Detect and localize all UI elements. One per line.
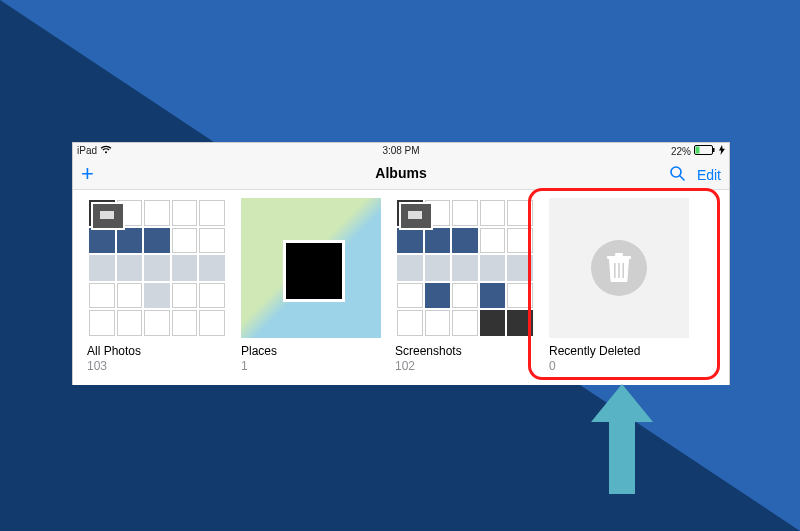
search-icon[interactable] <box>669 165 685 184</box>
album-thumbnail <box>395 198 535 338</box>
charging-icon <box>719 145 725 157</box>
background: iPad 3:08 PM 22% + Albums <box>0 0 800 531</box>
album-count: 0 <box>549 359 689 373</box>
album-count: 1 <box>241 359 381 373</box>
wifi-icon <box>100 145 112 156</box>
device-label: iPad <box>77 145 97 156</box>
nav-bar: + Albums Edit <box>73 159 729 190</box>
battery-percent: 22% <box>671 146 691 157</box>
album-places[interactable]: Places 1 <box>241 198 381 373</box>
svg-rect-2 <box>713 148 715 152</box>
edit-button[interactable]: Edit <box>697 167 721 183</box>
svg-rect-5 <box>607 256 631 259</box>
status-time: 3:08 PM <box>382 145 419 156</box>
status-right: 22% <box>671 145 725 157</box>
battery-icon <box>694 145 716 157</box>
status-left: iPad <box>77 145 112 156</box>
album-all-photos[interactable]: All Photos 103 <box>87 198 227 373</box>
add-album-button[interactable]: + <box>81 163 94 185</box>
stack-icon <box>399 202 433 230</box>
album-recently-deleted[interactable]: Recently Deleted 0 <box>549 198 689 373</box>
album-count: 103 <box>87 359 227 373</box>
ipad-window: iPad 3:08 PM 22% + Albums <box>72 142 730 385</box>
album-name: Places <box>241 344 381 358</box>
status-bar: iPad 3:08 PM 22% <box>73 143 729 159</box>
trash-icon <box>591 240 647 296</box>
album-thumbnail <box>241 198 381 338</box>
page-title: Albums <box>375 165 426 181</box>
album-name: All Photos <box>87 344 227 358</box>
svg-rect-7 <box>614 263 616 278</box>
album-thumbnail <box>87 198 227 338</box>
album-count: 102 <box>395 359 535 373</box>
svg-rect-1 <box>696 147 700 154</box>
svg-rect-6 <box>615 253 623 256</box>
stack-icon <box>91 202 125 230</box>
annotation-arrow-icon <box>591 384 653 494</box>
svg-rect-9 <box>622 263 624 278</box>
svg-line-4 <box>680 176 684 180</box>
album-thumbnail <box>549 198 689 338</box>
album-name: Recently Deleted <box>549 344 689 358</box>
album-name: Screenshots <box>395 344 535 358</box>
svg-rect-8 <box>618 263 620 278</box>
album-screenshots[interactable]: Screenshots 102 <box>395 198 535 373</box>
albums-grid: All Photos 103 Places 1 <box>73 190 729 385</box>
